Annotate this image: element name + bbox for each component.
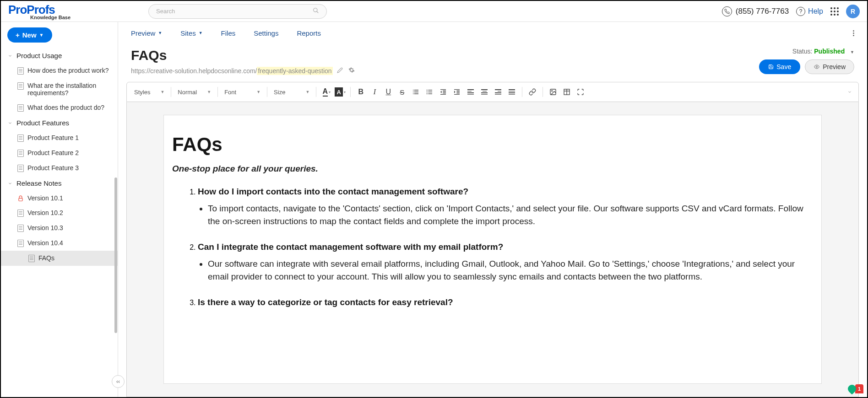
link-button[interactable]	[527, 86, 538, 97]
bold-button[interactable]: B	[355, 86, 366, 97]
editor-page[interactable]: FAQs One-stop place for all your queries…	[163, 115, 822, 384]
svg-point-3	[816, 66, 818, 68]
tree-item[interactable]: FAQs	[1, 251, 118, 266]
top-bar: ProProfs Knowledge Base Search (855) 776…	[1, 1, 867, 22]
more-menu-icon[interactable]	[853, 29, 854, 37]
table-button[interactable]	[561, 86, 572, 97]
bg-color-button[interactable]: A▾	[335, 86, 346, 97]
search-input[interactable]: Search	[148, 4, 327, 19]
editor-area[interactable]: FAQs One-stop place for all your queries…	[126, 102, 859, 397]
tree-item[interactable]: Version 10.2	[1, 205, 118, 221]
nav-tabs: Preview▼Sites▼FilesSettingsReports	[118, 22, 867, 44]
size-dropdown[interactable]: Size▼	[272, 86, 311, 98]
outdent-button[interactable]	[438, 86, 449, 97]
document-icon	[17, 134, 24, 142]
faq-item: How do I import contacts into the contac…	[198, 187, 813, 227]
notification-badge[interactable]: 1	[848, 384, 863, 393]
tree-section[interactable]: Product Features	[1, 115, 118, 130]
fullscreen-button[interactable]	[575, 86, 586, 97]
page-url: https://creative-solution.helpdocsonline…	[131, 67, 355, 75]
url-slug[interactable]: frequently-asked-question	[257, 67, 332, 75]
chevron-down-icon	[7, 120, 13, 126]
nav-tab-reports[interactable]: Reports	[297, 29, 321, 37]
svg-point-4	[427, 90, 428, 91]
scrollbar[interactable]	[114, 177, 117, 333]
chevron-down-icon: ▼	[158, 31, 162, 35]
document-icon	[17, 165, 24, 172]
avatar[interactable]: R	[846, 5, 860, 18]
tree-item[interactable]: How does the product work?	[1, 63, 118, 78]
svg-rect-7	[429, 91, 433, 92]
nav-tab-settings[interactable]: Settings	[254, 29, 278, 37]
tree-item[interactable]: Version 10.1	[1, 191, 118, 205]
image-button[interactable]	[548, 86, 559, 97]
chevron-down-icon: ▼	[850, 50, 854, 54]
svg-rect-5	[429, 90, 433, 90]
font-dropdown[interactable]: Font▼	[222, 86, 262, 98]
tree-item[interactable]: Version 10.4	[1, 236, 118, 251]
editor-toolbar: Styles▼ Normal▼ Font▼ Size▼ A▾ A▾ B I U …	[126, 82, 859, 102]
format-dropdown[interactable]: Normal▼	[176, 86, 213, 98]
tree-section[interactable]: Release Notes	[1, 176, 118, 191]
page-title: FAQs	[131, 48, 355, 63]
svg-point-11	[552, 91, 553, 91]
content-subtitle: One-stop place for all your queries.	[172, 164, 813, 174]
nav-tab-preview[interactable]: Preview▼	[131, 29, 162, 37]
faq-answer: To import contacts, navigate to the 'Con…	[208, 202, 813, 227]
apps-icon[interactable]	[830, 7, 839, 16]
phone-number[interactable]: (855) 776-7763	[722, 6, 789, 16]
logo[interactable]: ProProfs Knowledge Base	[8, 3, 71, 20]
help-link[interactable]: ? Help	[796, 7, 823, 16]
new-button[interactable]: + New ▼	[7, 27, 52, 43]
edit-slug-icon[interactable]	[337, 67, 345, 75]
faq-question: How do I import contacts into the contac…	[198, 187, 813, 197]
chevron-down-icon: ▼	[199, 31, 203, 35]
align-right-button[interactable]	[493, 86, 504, 97]
status-value[interactable]: Published ▼	[814, 48, 854, 55]
strike-button[interactable]: S	[396, 86, 407, 97]
nav-tab-files[interactable]: Files	[221, 29, 236, 37]
tree-item[interactable]: Product Feature 2	[1, 145, 118, 161]
svg-rect-2	[19, 198, 22, 201]
settings-icon[interactable]	[348, 67, 355, 75]
save-button[interactable]: Save	[759, 59, 800, 74]
tree-item[interactable]: What are the installation requirements?	[1, 78, 118, 100]
tree-item[interactable]: Product Feature 1	[1, 130, 118, 145]
numbered-list-button[interactable]	[410, 86, 421, 97]
align-left-button[interactable]	[465, 86, 476, 97]
align-justify-button[interactable]	[506, 86, 517, 97]
svg-line-1	[317, 11, 319, 13]
toolbar-expand-icon[interactable]	[846, 88, 853, 96]
chevron-down-icon: ▼	[39, 32, 44, 38]
svg-point-8	[427, 93, 428, 94]
tree-section[interactable]: Product Usage	[1, 48, 118, 63]
align-center-button[interactable]	[479, 86, 490, 97]
faq-item: Is there a way to categorize or tag cont…	[198, 297, 813, 307]
italic-button[interactable]: I	[369, 86, 380, 97]
document-icon	[17, 210, 24, 217]
faq-question: Is there a way to categorize or tag cont…	[198, 297, 813, 307]
content-heading: FAQs	[172, 134, 813, 156]
tree-item[interactable]: Product Feature 3	[1, 161, 118, 176]
lock-icon	[17, 195, 24, 202]
sidebar: + New ▼ Product UsageHow does the produc…	[1, 22, 118, 397]
styles-dropdown[interactable]: Styles▼	[132, 86, 166, 98]
tree-item[interactable]: Version 10.3	[1, 221, 118, 236]
document-icon	[17, 240, 24, 247]
faq-answer: Our software can integrate with several …	[208, 258, 813, 283]
collapse-sidebar-button[interactable]: ‹‹	[112, 375, 125, 388]
nav-tab-sites[interactable]: Sites▼	[180, 29, 202, 37]
tree-item[interactable]: What does the product do?	[1, 100, 118, 115]
notification-count: 1	[855, 384, 863, 393]
bullet-list-button[interactable]	[424, 86, 435, 97]
logo-subtitle: Knowledge Base	[30, 15, 71, 20]
status-row: Status: Published ▼	[759, 48, 854, 55]
faq-item: Can I integrate the contact management s…	[198, 242, 813, 283]
preview-button[interactable]: Preview	[805, 59, 854, 74]
underline-button[interactable]: U	[383, 86, 394, 97]
logo-text: ProProfs	[8, 3, 71, 16]
document-icon	[17, 225, 24, 232]
text-color-button[interactable]: A▾	[321, 86, 332, 97]
indent-button[interactable]	[451, 86, 462, 97]
search-placeholder: Search	[156, 8, 175, 15]
